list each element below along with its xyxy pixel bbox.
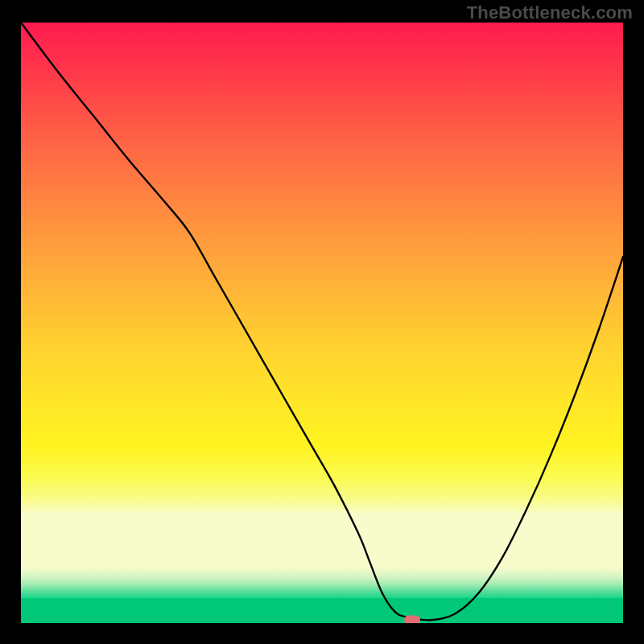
chart-frame: TheBottleneck.com xyxy=(0,0,644,644)
bottleneck-curve xyxy=(21,23,623,623)
watermark-text: TheBottleneck.com xyxy=(467,2,633,23)
plot-area xyxy=(21,23,623,623)
optimum-marker xyxy=(404,616,420,623)
